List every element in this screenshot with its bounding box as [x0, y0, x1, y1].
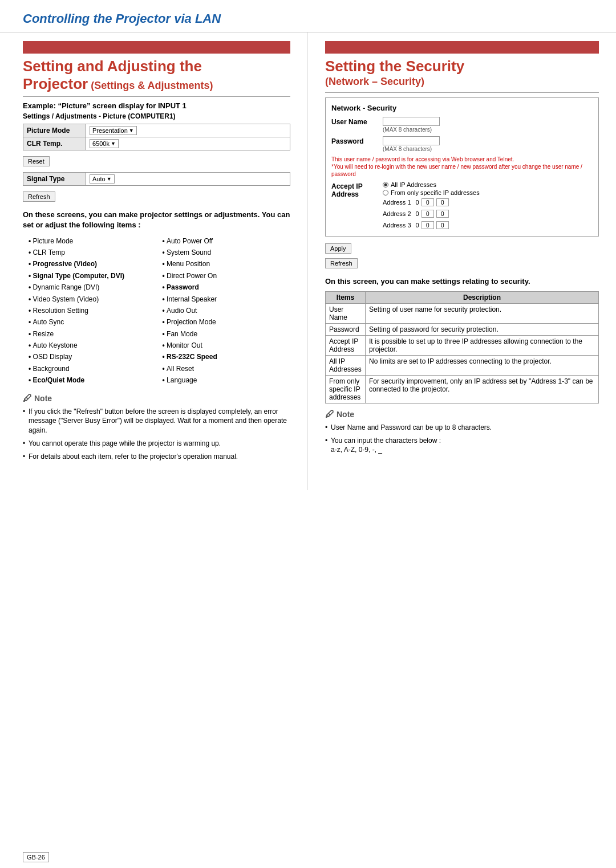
note-item: If you click the "Refresh" button before…	[23, 407, 290, 435]
list-item: OSD Display	[29, 351, 157, 362]
password-input[interactable]	[383, 136, 440, 145]
table-cell-item: From only specific IP addresses	[326, 375, 366, 403]
list-item: Projection Mode	[163, 316, 291, 328]
refresh-button-right[interactable]: Refresh	[325, 258, 358, 268]
list-item: Monitor Out	[163, 340, 291, 351]
left-section-title-line1: Setting and Adjusting the	[23, 58, 290, 75]
left-section-bar	[23, 41, 290, 54]
address-2-box-1[interactable]: 0	[422, 210, 434, 218]
list-item: Menu Position	[163, 258, 291, 270]
table-cell-value: 6500k ▼	[86, 137, 290, 150]
table-cell-desc: No limits are set to IP addresses connec…	[366, 355, 599, 375]
chevron-down-icon: ▼	[129, 128, 134, 133]
table-cell-label: Signal Type	[23, 173, 86, 186]
password-row: Password (MAX 8 characters)	[331, 136, 593, 152]
address-2-box-2[interactable]: 0	[436, 210, 449, 218]
user-name-row: User Name (MAX 8 characters)	[331, 117, 593, 133]
description-table: Items Description User Name Setting of u…	[325, 291, 599, 404]
page-number: GB-26	[23, 852, 49, 862]
bold-statement: On this screen, you can make settings re…	[325, 276, 599, 287]
list-item: Internal Speaker	[163, 294, 291, 305]
table-row: From only specific IP addresses For secu…	[326, 375, 599, 403]
right-section-title-line1: Setting the Security	[325, 58, 599, 75]
note-title-right: 🖊 Note	[325, 409, 599, 419]
table-cell-desc: For security improvement, only an IP add…	[366, 375, 599, 403]
table-cell-label: CLR Temp.	[23, 137, 86, 150]
table-row: Accept IP Address It is possible to set …	[326, 335, 599, 355]
list-item: Background	[29, 363, 157, 374]
refresh-button-left[interactable]: Refresh	[23, 191, 55, 202]
password-field-group: (MAX 8 characters)	[383, 136, 440, 152]
user-name-input[interactable]	[383, 117, 440, 126]
table-row: User Name Setting of user name for secur…	[326, 303, 599, 323]
address-2-label: Address 2	[383, 210, 411, 217]
reset-button[interactable]: Reset	[23, 156, 50, 166]
list-item: Progressive (Video)	[29, 258, 157, 270]
right-section-bar	[325, 41, 599, 54]
address-3-box-1[interactable]: 0	[422, 221, 434, 229]
password-label: Password	[331, 136, 383, 145]
example-heading: Example: “Picture” screen display for IN…	[23, 101, 290, 110]
address-row-3: Address 3 0 0 0	[383, 221, 480, 229]
table-cell-item: Accept IP Address	[326, 335, 366, 355]
address-3-box-2[interactable]: 0	[436, 221, 449, 229]
address-row-1: Address 1 0 0 0	[383, 198, 480, 206]
table-cell-value: Presentation ▼	[86, 124, 290, 137]
table-row: Picture Mode Presentation ▼	[23, 124, 290, 137]
picture-mode-select[interactable]: Presentation ▼	[90, 126, 137, 135]
page-title: Controlling the Projector via LAN	[23, 11, 593, 26]
address-1-box-2[interactable]: 0	[436, 198, 449, 206]
table-row: CLR Temp. 6500k ▼	[23, 137, 290, 150]
ip-option-all-row: All IP Addresses	[383, 181, 480, 188]
settings-path: Settings / Adjustments - Picture (COMPUT…	[23, 112, 290, 120]
list-item: Auto Keystone	[29, 340, 157, 351]
user-name-label: User Name	[331, 117, 383, 126]
accept-ip-label: Accept IP Address	[331, 181, 383, 198]
signal-type-select[interactable]: Auto ▼	[90, 174, 115, 184]
table-header-row: Items Description	[326, 291, 599, 303]
col-items: Items	[326, 291, 366, 303]
ip-section: Accept IP Address All IP Addresses From …	[331, 181, 593, 230]
list-item: Resolution Setting	[29, 305, 157, 316]
warning-text: This user name / password is for accessi…	[331, 156, 593, 178]
page-header: Controlling the Projector via LAN	[0, 0, 616, 32]
address-1-start: 0	[416, 199, 419, 206]
note-list-left: If you click the "Refresh" button before…	[23, 407, 290, 462]
list-item: Dynamic Range (DVI)	[29, 282, 157, 293]
table-cell-desc: Setting of user name for security protec…	[366, 303, 599, 323]
ip-option-all-label: All IP Addresses	[391, 181, 436, 188]
list-item: Direct Power On	[163, 270, 291, 282]
note-item: You cannot operate this page while the p…	[23, 439, 290, 449]
list-item: Video System (Video)	[29, 294, 157, 305]
note-title-left: 🖊 Note	[23, 393, 290, 404]
left-note-section: 🖊 Note If you click the "Refresh" button…	[23, 393, 290, 462]
list-item: Auto Sync	[29, 316, 157, 328]
ip-options: All IP Addresses From only specific IP a…	[383, 181, 480, 230]
note-item: You can input the characters below :a-z,…	[325, 436, 599, 455]
radio-all-ip[interactable]	[383, 182, 388, 188]
table-cell-desc: It is possible to set up to three IP add…	[366, 335, 599, 355]
radio-specific-ip[interactable]	[383, 190, 388, 195]
address-3-start: 0	[416, 222, 419, 229]
list-item: System Sound	[163, 247, 291, 258]
left-section-suffix: (Settings & Adjustments)	[88, 80, 213, 91]
address-1-box-1[interactable]: 0	[422, 198, 434, 206]
left-column: Setting and Adjusting the Projector (Set…	[0, 32, 308, 490]
table-cell-value: Auto ▼	[86, 173, 290, 186]
table-row: All IP Addresses No limits are set to IP…	[326, 355, 599, 375]
list-item: Picture Mode	[29, 235, 157, 247]
ip-option-specific-row: From only specific IP addresses	[383, 189, 480, 196]
note-icon-right: 🖊	[325, 409, 334, 419]
list-item: Resize	[29, 328, 157, 340]
list-item: Language	[163, 374, 291, 386]
list-item: CLR Temp	[29, 247, 157, 258]
password-hint: (MAX 8 characters)	[383, 146, 440, 152]
right-buttons: Apply Refresh	[325, 241, 599, 271]
apply-button[interactable]: Apply	[325, 243, 351, 254]
right-column: Setting the Security (Network – Security…	[308, 32, 616, 490]
ip-option-specific-label: From only specific IP addresses	[391, 189, 480, 196]
list-item: Signal Type (Computer, DVI)	[29, 270, 157, 282]
user-name-field-group: (MAX 8 characters)	[383, 117, 440, 133]
address-2-start: 0	[416, 210, 419, 217]
clr-temp-select[interactable]: 6500k ▼	[90, 139, 119, 148]
